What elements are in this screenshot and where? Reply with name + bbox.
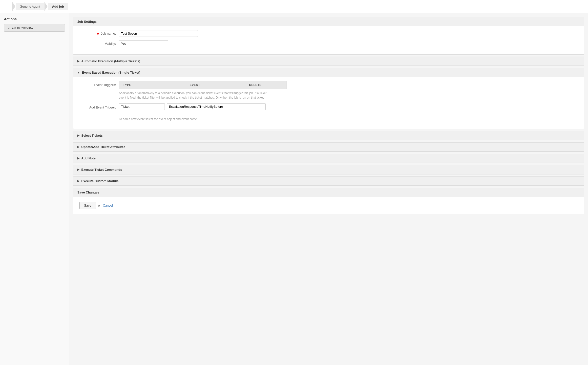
col-delete: DELETE bbox=[224, 81, 287, 89]
auto-execution-header[interactable]: ▶ Automatic Execution (Multiple Tickets) bbox=[73, 57, 584, 66]
breadcrumb-generic-agent[interactable]: Generic Agent bbox=[16, 3, 44, 10]
job-settings-section: Job Settings ★ Job name: Validity: bbox=[73, 17, 584, 55]
validity-label: Validity: bbox=[79, 42, 119, 45]
col-type: TYPE bbox=[119, 81, 166, 89]
triggers-hint: Additionally or alternatively to a perio… bbox=[119, 91, 267, 100]
event-execution-header[interactable]: ▼ Event Based Execution (Single Ticket) bbox=[73, 68, 584, 77]
select-tickets-section: ▶ Select Tickets bbox=[73, 131, 584, 140]
breadcrumb: Generic Agent Add job bbox=[0, 0, 588, 13]
update-ticket-section: ▶ Update/Add Ticket Attributes bbox=[73, 142, 584, 152]
update-ticket-title: Update/Add Ticket Attributes bbox=[81, 145, 125, 149]
arrow-left-icon: ◄ bbox=[7, 26, 10, 29]
validity-row: Validity: bbox=[79, 40, 578, 47]
event-execution-body: Event Triggers: TYPE EVENT DELETE bbox=[73, 77, 584, 129]
add-trigger-hint: To add a new event select the event obje… bbox=[119, 117, 198, 121]
event-execution-title: Event Based Execution (Single Ticket) bbox=[82, 71, 140, 74]
event-execution-section: ▼ Event Based Execution (Single Ticket) … bbox=[73, 68, 584, 129]
trigger-object-input[interactable] bbox=[119, 103, 165, 110]
home-button[interactable] bbox=[4, 2, 12, 10]
add-trigger-label: Add Event Trigger: bbox=[79, 106, 119, 109]
execute-custom-header[interactable]: ▶ Execute Custom Module bbox=[73, 177, 584, 186]
add-note-title: Add Note bbox=[81, 156, 96, 160]
job-name-label: ★ Job name: bbox=[79, 32, 119, 35]
job-settings-header[interactable]: Job Settings bbox=[73, 17, 584, 26]
event-triggers-area: TYPE EVENT DELETE Additionally or altern… bbox=[119, 81, 287, 100]
execute-commands-title: Execute Ticket Commands bbox=[81, 168, 122, 172]
job-settings-title: Job Settings bbox=[77, 20, 97, 23]
auto-execution-title: Automatic Execution (Multiple Tickets) bbox=[81, 59, 140, 63]
event-triggers-row: Event Triggers: TYPE EVENT DELETE bbox=[79, 81, 578, 100]
select-tickets-title: Select Tickets bbox=[81, 134, 103, 137]
sidebar: Actions ◄ Go to overview bbox=[0, 13, 69, 365]
add-note-section: ▶ Add Note bbox=[73, 154, 584, 163]
expand-icon-auto: ▶ bbox=[77, 60, 79, 63]
breadcrumb-separator-1 bbox=[12, 2, 15, 11]
main-layout: Actions ◄ Go to overview Job Settings ★ … bbox=[0, 13, 588, 365]
expand-icon-update: ▶ bbox=[77, 145, 79, 149]
job-settings-body: ★ Job name: Validity: bbox=[73, 26, 584, 54]
triggers-table: TYPE EVENT DELETE bbox=[119, 81, 287, 89]
add-trigger-hint-row: To add a new event select the event obje… bbox=[79, 115, 578, 121]
add-trigger-inputs bbox=[119, 103, 266, 110]
required-star: ★ bbox=[97, 32, 100, 35]
sidebar-title: Actions bbox=[4, 17, 65, 21]
trigger-event-input[interactable] bbox=[167, 103, 266, 110]
expand-icon-custom: ▶ bbox=[77, 179, 79, 183]
save-changes-header: Save Changes bbox=[73, 188, 584, 197]
auto-execution-section: ▶ Automatic Execution (Multiple Tickets) bbox=[73, 57, 584, 66]
content-area: Job Settings ★ Job name: Validity: bbox=[69, 13, 588, 365]
save-changes-body: Save or Cancel bbox=[73, 197, 584, 214]
save-changes-section: Save Changes Save or Cancel bbox=[73, 188, 584, 214]
breadcrumb-separator-2 bbox=[44, 2, 47, 11]
cancel-link[interactable]: Cancel bbox=[103, 204, 113, 207]
validity-input[interactable] bbox=[119, 40, 168, 47]
go-to-overview-button[interactable]: ◄ Go to overview bbox=[4, 24, 65, 32]
collapse-icon-event: ▼ bbox=[77, 71, 80, 74]
go-to-overview-label: Go to overview bbox=[12, 26, 33, 30]
execute-commands-section: ▶ Execute Ticket Commands bbox=[73, 165, 584, 174]
expand-icon-note: ▶ bbox=[77, 157, 79, 160]
execute-custom-title: Execute Custom Module bbox=[81, 179, 119, 183]
job-name-row: ★ Job name: bbox=[79, 30, 578, 37]
event-triggers-label: Event Triggers: bbox=[79, 81, 119, 87]
expand-icon-select: ▶ bbox=[77, 134, 79, 137]
execute-custom-section: ▶ Execute Custom Module bbox=[73, 176, 584, 186]
or-text: or bbox=[98, 204, 101, 207]
col-event: EVENT bbox=[166, 81, 224, 89]
expand-icon-commands: ▶ bbox=[77, 168, 79, 171]
execute-commands-header[interactable]: ▶ Execute Ticket Commands bbox=[73, 165, 584, 174]
breadcrumb-add-job[interactable]: Add job bbox=[48, 3, 68, 10]
update-ticket-header[interactable]: ▶ Update/Add Ticket Attributes bbox=[73, 143, 584, 151]
add-trigger-row: Add Event Trigger: bbox=[79, 103, 578, 111]
save-button[interactable]: Save bbox=[79, 202, 96, 209]
job-name-input[interactable] bbox=[119, 30, 198, 37]
add-note-header[interactable]: ▶ Add Note bbox=[73, 154, 584, 163]
select-tickets-header[interactable]: ▶ Select Tickets bbox=[73, 131, 584, 140]
